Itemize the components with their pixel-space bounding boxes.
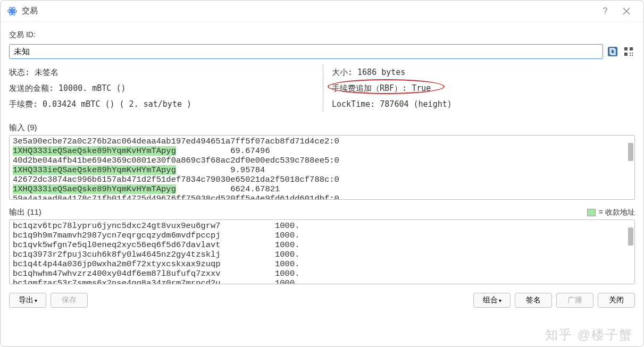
content-area: 交易 ID: 状态: 未签名 发送的金额: 10000. mBTC () 手续费… [1, 22, 643, 289]
locktime-line: LockTime: 787604 (height) [332, 96, 635, 112]
meta-left: 状态: 未签名 发送的金额: 10000. mBTC () 手续费: 0.034… [9, 64, 323, 112]
chevron-down-icon: ▾ [35, 298, 37, 303]
outputs-content: bc1qzv6tpc78lypru6jync5dxc24gt8vux9eu6gr… [10, 220, 634, 284]
combine-button[interactable]: 组合▾ [473, 293, 511, 308]
amount-line: 发送的金额: 10000. mBTC () [9, 80, 323, 96]
size-line: 大小: 1686 bytes [332, 64, 635, 80]
outputs-label: 输出 (11) [9, 207, 41, 217]
svg-point-0 [11, 10, 14, 12]
close-button[interactable]: 关闭 [598, 293, 635, 308]
export-button[interactable]: 导出▾ [9, 293, 46, 308]
meta-columns: 状态: 未签名 发送的金额: 10000. mBTC () 手续费: 0.034… [9, 64, 635, 112]
broadcast-button[interactable]: 广播 [556, 293, 593, 308]
transaction-dialog: 交易 ? 交易 ID: 状态: 未签名 发送的金额: 10000. mBTC (… [0, 0, 644, 347]
qr-icon[interactable] [622, 45, 635, 58]
fee-line: 手续费: 0.03424 mBTC () ( 2. sat/byte ) [9, 96, 323, 112]
svg-rect-11 [632, 53, 633, 54]
svg-rect-7 [624, 47, 628, 50]
rbf-line: 手续费追加（RBF）: True [332, 80, 635, 96]
svg-rect-12 [630, 55, 631, 56]
legend-swatch [587, 209, 596, 216]
svg-rect-10 [630, 53, 631, 54]
help-button[interactable]: ? [595, 1, 616, 22]
inputs-scrollbar[interactable] [628, 143, 633, 161]
svg-rect-9 [624, 53, 628, 56]
footer: 导出▾ 保存 组合▾ 签名 广播 关闭 [1, 289, 643, 315]
status-line: 状态: 未签名 [9, 64, 323, 80]
copy-icon[interactable] [606, 45, 619, 58]
window-title: 交易 [22, 6, 595, 16]
close-window-button[interactable] [616, 1, 637, 22]
legend-text: = 收款地址 [599, 208, 635, 217]
txid-input[interactable] [9, 44, 603, 59]
txid-row [9, 44, 635, 59]
chevron-down-icon: ▾ [499, 298, 501, 303]
save-button[interactable]: 保存 [51, 293, 88, 308]
outputs-header-row: 输出 (11) = 收款地址 [9, 207, 635, 217]
inputs-box[interactable]: 3e5a90ecbe72a0c276b2ac064deaa4ab197ed494… [9, 135, 635, 200]
sign-button[interactable]: 签名 [515, 293, 552, 308]
watermark: 知乎 @楼子蟹 [545, 326, 633, 343]
svg-rect-13 [632, 55, 633, 56]
txid-label: 交易 ID: [9, 30, 635, 40]
inputs-label: 输入 (9) [9, 123, 635, 133]
inputs-content: 3e5a90ecbe72a0c276b2ac064deaa4ab197ed494… [10, 136, 634, 200]
meta-right: 大小: 1686 bytes 手续费追加（RBF）: True LockTime… [323, 64, 635, 112]
outputs-box[interactable]: bc1qzv6tpc78lypru6jync5dxc24gt8vux9eu6gr… [9, 219, 635, 284]
svg-rect-8 [630, 47, 633, 50]
outputs-scrollbar[interactable] [628, 227, 633, 246]
titlebar: 交易 ? [1, 1, 643, 22]
app-icon [7, 6, 18, 16]
